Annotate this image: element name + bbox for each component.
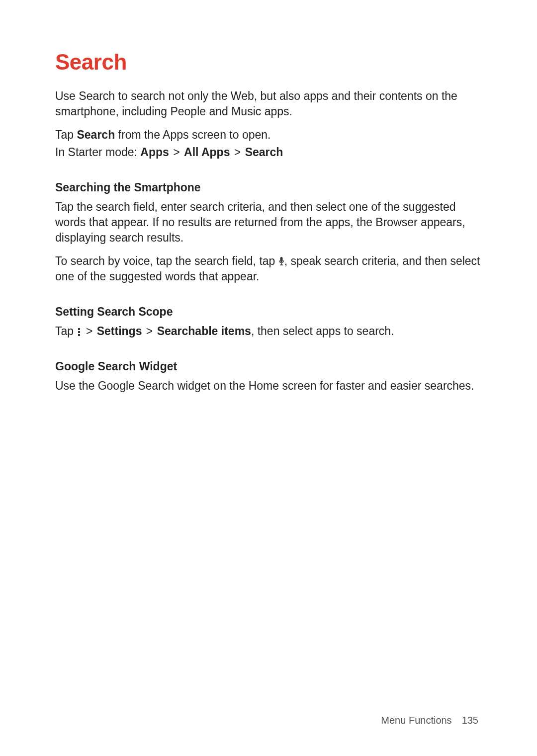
text: Tap bbox=[55, 128, 77, 141]
chevron: > bbox=[172, 146, 180, 159]
starter-mode-path: In Starter mode: Apps > All Apps > Searc… bbox=[55, 145, 482, 160]
crumb-search: Search bbox=[245, 146, 283, 159]
chevron: > bbox=[233, 146, 242, 159]
text: In Starter mode: bbox=[55, 146, 140, 159]
section-heading-scope: Setting Search Scope bbox=[55, 305, 482, 319]
text: from the Apps screen to open. bbox=[115, 128, 270, 141]
svg-rect-4 bbox=[78, 331, 80, 333]
text: , then select apps to search. bbox=[251, 325, 394, 337]
page-title: Search bbox=[55, 50, 482, 75]
section-body: Use the Google Search widget on the Home… bbox=[55, 378, 482, 394]
footer-section: Menu Functions bbox=[381, 715, 451, 726]
open-instruction: Tap Search from the Apps screen to open. bbox=[55, 127, 482, 143]
intro-paragraph: Use Search to search not only the Web, b… bbox=[55, 88, 482, 119]
section-heading-searching: Searching the Smartphone bbox=[55, 181, 482, 194]
menu-icon bbox=[77, 325, 82, 335]
section-body: Tap the search field, enter search crite… bbox=[55, 199, 482, 246]
chevron: > bbox=[85, 325, 93, 337]
microphone-icon bbox=[278, 255, 284, 265]
crumb-allapps: All Apps bbox=[184, 146, 230, 159]
crumb-settings: Settings bbox=[97, 325, 142, 337]
svg-rect-0 bbox=[280, 257, 282, 262]
crumb-apps: Apps bbox=[140, 146, 169, 159]
page-number: 135 bbox=[462, 715, 478, 726]
section-heading-widget: Google Search Widget bbox=[55, 360, 482, 373]
text: Tap bbox=[55, 325, 77, 337]
svg-rect-5 bbox=[78, 334, 80, 336]
crumb-searchable: Searchable items bbox=[157, 325, 251, 337]
search-label: Search bbox=[77, 128, 115, 141]
page-content: Search Use Search to search not only the… bbox=[55, 50, 482, 402]
page-footer: Menu Functions135 bbox=[381, 715, 478, 726]
svg-rect-3 bbox=[78, 328, 80, 330]
setting-scope-path: Tap > Settings > Searchable items, then … bbox=[55, 324, 482, 339]
chevron: > bbox=[145, 325, 154, 337]
section-body-voice: To search by voice, tap the search field… bbox=[55, 253, 482, 284]
text: To search by voice, tap the search field… bbox=[55, 254, 278, 267]
